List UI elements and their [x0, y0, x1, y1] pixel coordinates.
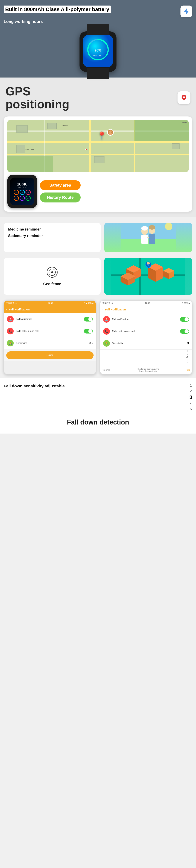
chevron-right-icon: › [92, 341, 93, 345]
fall-notification-title-right: Fall Notification [105, 308, 126, 311]
phone-screen-left: 中国联通 令 17:50 ⊙ ● 96% ■ ‹ Fall Notificati… [4, 300, 96, 374]
watch-small: 18:46 WED 7/28 80 24 3+ 118 76 48 [7, 175, 37, 208]
gps-icon-wrap [177, 91, 191, 104]
fall-notification-row-right: 🚨 Fall Notification [100, 313, 192, 326]
fall-notification-row: 🚨 Fall Notification [4, 313, 96, 325]
safety-area-button[interactable]: Safety area [40, 180, 81, 190]
battery-title: Built in 800mAh Class A li-polymer batte… [4, 5, 111, 13]
sensitivity-number-list: 1 2 3 4 5 [189, 384, 192, 411]
phone-status-bar-right: 中国联通 令 17:50 ⊙ 66% ■ [100, 301, 192, 306]
svg-point-9 [109, 133, 112, 135]
num-item-4[interactable]: 4 [190, 402, 192, 406]
fall-notification-icon-right: 🚨 [103, 316, 110, 322]
user-avatar [107, 129, 114, 136]
svg-rect-15 [149, 234, 155, 244]
phone-status-bar-left: 中国联通 令 17:50 ⊙ ● 96% ■ [4, 301, 96, 306]
status-time-left: 17:50 [48, 302, 53, 304]
geo-fence-map [104, 258, 192, 295]
svg-point-17 [149, 225, 155, 229]
sensitivity-section: Fall down sensitivity adjustable 1 2 3 4… [0, 378, 196, 415]
phone-header-left: ‹ Fall Notification [4, 306, 96, 313]
battery-icon-wrap [180, 5, 192, 17]
battery-section: Built in 800mAh Class A li-polymer batte… [0, 0, 196, 78]
back-icon-right[interactable]: ‹ [103, 308, 104, 311]
svg-point-43 [147, 264, 149, 266]
sensitivity-popup: 1 2 3 4 5 Cancel The larger the value, t… [100, 349, 192, 374]
num-5[interactable]: 5 [187, 362, 188, 365]
num-1[interactable]: 1 [187, 349, 188, 352]
gps-title: GPS positioning [5, 85, 69, 111]
svg-text:BATTERY: BATTERY [93, 54, 103, 57]
medicine-reminders: Medicine reminder Sedentary reminder [4, 223, 101, 252]
fall-notification-icon: 🚨 [7, 316, 14, 322]
fall-notification-label: Fall Notification [16, 318, 32, 320]
falls-call-label-right: Falls notif...n and call [112, 330, 135, 333]
status-battery-left: ⊙ ● 96% ■ [84, 302, 93, 304]
num-2[interactable]: 2 [187, 352, 188, 355]
history-route-button[interactable]: History Route [40, 192, 81, 203]
num-4[interactable]: 4 [187, 359, 188, 362]
map-pin-icon: 📍 [97, 131, 107, 140]
gps-title-line2: positioning [5, 98, 69, 111]
gps-title-line1: GPS [5, 85, 69, 98]
sensitivity-label: Sensitivity [16, 342, 27, 344]
svg-text:95%: 95% [95, 49, 101, 52]
watch-date: WED 7/28 [18, 187, 26, 189]
watch-time: 18:46 [17, 182, 27, 187]
gps-section: GPS positioning [0, 78, 196, 115]
cancel-button[interactable]: Cancel [103, 369, 110, 371]
falls-call-label: Falls notif...n and call [16, 330, 38, 332]
ok-button[interactable]: Ok [187, 369, 190, 371]
svg-point-8 [109, 130, 112, 133]
call-icon: 📞 [7, 328, 14, 334]
sensitivity-row-right: 🚴 Sensitivity 3 [100, 337, 192, 349]
fall-notification-label-right: Fall Notification [112, 318, 129, 320]
sensitivity-label-right: Sensitivity [112, 342, 123, 345]
falls-call-toggle[interactable] [84, 329, 93, 334]
geo-fence-left: Geo fence [4, 258, 101, 295]
fall-notification-toggle-right[interactable] [180, 317, 189, 322]
popup-note: The larger the value, the lower the sens… [137, 368, 159, 372]
couple-image [104, 223, 192, 252]
save-button[interactable]: Save [6, 351, 93, 359]
status-battery-right: ⊙ 66% ■ [181, 302, 190, 304]
svg-marker-0 [184, 9, 189, 14]
sedentary-reminder: Sedentary reminder [8, 234, 96, 238]
couple-illustration [120, 223, 176, 250]
sensitivity-title: Fall down sensitivity adjustable [4, 384, 182, 389]
sensitivity-row[interactable]: 🚴 Sensitivity 3 › [4, 337, 96, 349]
svg-point-7 [183, 96, 185, 98]
call-icon-right: 📞 [103, 328, 110, 335]
phone-header-right: ‹ Fall Notification [100, 306, 192, 313]
svg-rect-11 [120, 239, 176, 250]
svg-point-16 [141, 226, 148, 230]
sensitivity-icon-right: 🚴 [103, 340, 110, 347]
falls-call-row: 📞 Falls notif...n and call [4, 325, 96, 337]
back-icon-left[interactable]: ‹ [6, 308, 7, 311]
fall-detection-section: Fall down detection [0, 415, 196, 434]
watch-illustration: 95% BATTERY [68, 26, 128, 78]
medicine-reminder: Medicine reminder [8, 227, 96, 231]
geo-fence-label: Geo fence [43, 282, 61, 286]
map-visual: 📍 Qilong CzChenius Guang Puoyun [7, 120, 189, 172]
svg-rect-13 [141, 235, 148, 244]
num-item-3-active[interactable]: 3 [189, 395, 192, 400]
fall-notification-section: 中国联通 令 17:50 ⊙ ● 96% ■ ‹ Fall Notificati… [0, 299, 196, 378]
falls-call-toggle-right[interactable] [180, 329, 189, 334]
sensitivity-value-right: 3 [187, 342, 189, 345]
falls-call-row-right: 📞 Falls notif...n and call [100, 326, 192, 337]
fall-detection-title: Fall down detection [4, 418, 192, 426]
num-item-2[interactable]: 2 [190, 389, 192, 393]
sensitivity-value-left: 3 [89, 341, 91, 345]
svg-point-19 [165, 223, 172, 230]
fall-notification-toggle[interactable] [84, 317, 93, 321]
geo-fence-icon [46, 266, 58, 280]
geo-city-illustration [111, 258, 185, 295]
status-time-right: 17:50 [145, 302, 150, 304]
geo-fence-section: Geo fence [0, 258, 196, 299]
num-3[interactable]: 3 [186, 355, 188, 359]
sensitivity-icon: 🚴 [7, 340, 14, 346]
num-item-1[interactable]: 1 [190, 384, 192, 388]
num-item-5[interactable]: 5 [190, 407, 192, 411]
phone-screen-right: 中国联通 令 17:50 ⊙ 66% ■ ‹ Fall Notification… [100, 300, 192, 374]
